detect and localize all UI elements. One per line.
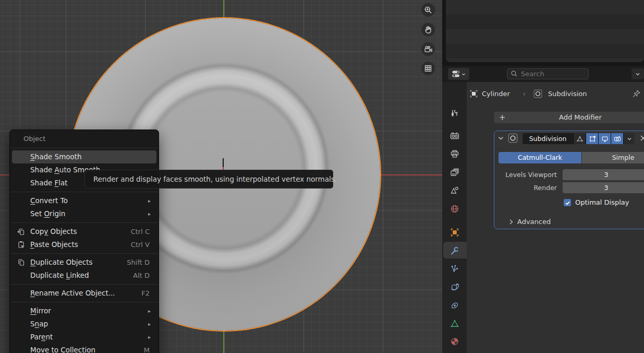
menu-item-shade-smooth[interactable]: Shade Smooth [12, 150, 156, 163]
breadcrumb-object-name[interactable]: Cylinder [482, 87, 510, 101]
advanced-section-header[interactable]: Advanced [494, 216, 644, 228]
grid-icon [424, 64, 432, 73]
breadcrumb-modifier-name[interactable]: Subdivision [548, 87, 587, 101]
object-context-menu: Object Shade Smooth Shade Auto Smooth Sh… [9, 130, 159, 353]
menu-item-label: Shade Smooth [30, 150, 82, 163]
movie-camera-icon [424, 45, 433, 54]
menu-item-copy-objects[interactable]: Copy Objects Ctrl C [12, 225, 156, 238]
menu-item-move-to-collection[interactable]: Move to Collection M [12, 344, 156, 353]
menu-item-set-origin[interactable]: Set Origin ▸ [12, 207, 156, 220]
tab-constraints[interactable] [449, 300, 460, 311]
properties-header-bar [442, 66, 644, 82]
menu-item-shortcut: Ctrl V [131, 238, 156, 251]
tab-tool[interactable] [449, 108, 460, 119]
levels-render-field[interactable]: 3 [563, 182, 644, 193]
magnifier-plus-icon [424, 6, 432, 14]
subdivision-type-segmented: Catmull-Clark Simple [499, 152, 644, 163]
panel-expand-chevron-icon[interactable] [497, 135, 504, 142]
duplicate-icon [17, 258, 26, 267]
menu-item-shortcut: Ctrl C [131, 225, 156, 238]
tab-scene[interactable] [449, 185, 460, 196]
advanced-label: Advanced [517, 216, 551, 228]
tab-world[interactable] [449, 203, 460, 214]
chevron-down-icon [635, 72, 640, 77]
toggle-render-display[interactable] [611, 133, 623, 144]
zoom-gizmo-button[interactable] [421, 3, 435, 17]
pan-gizmo-button[interactable] [421, 23, 435, 37]
menu-item-label: Convert To [30, 194, 68, 207]
modifier-name-bar: Subdivision [523, 133, 635, 144]
catmull-clark-button[interactable]: Catmull-Clark [499, 152, 581, 163]
menu-item-convert-to[interactable]: Convert To ▸ [12, 194, 156, 207]
tab-object[interactable] [449, 227, 460, 238]
menu-item-label: Duplicate Objects [30, 256, 93, 269]
tab-view-layer[interactable] [449, 167, 460, 178]
tooltip-text: Render and display faces smooth, using i… [93, 175, 337, 183]
toggle-on-cage-display[interactable] [586, 133, 598, 144]
menu-item-label: Snap [30, 317, 48, 331]
menu-item-mirror[interactable]: Mirror ▸ [12, 304, 156, 317]
optimal-display-checkbox[interactable] [564, 199, 571, 206]
menu-item-shortcut: M [144, 344, 156, 353]
menu-separator [10, 192, 158, 192]
tab-modifiers[interactable] [449, 245, 460, 256]
tab-particles[interactable] [449, 263, 460, 274]
camera-view-gizmo-button[interactable] [421, 42, 435, 56]
menu-item-snap[interactable]: Snap ▸ [12, 317, 156, 331]
search-box [507, 68, 589, 79]
menu-item-shortcut: Alt D [133, 269, 156, 282]
submenu-arrow-icon: ▸ [148, 207, 156, 220]
tab-output[interactable] [449, 148, 460, 159]
outliner-panel[interactable] [446, 0, 644, 62]
search-input[interactable] [507, 68, 589, 79]
menu-item-label: Rename Active Object... [30, 287, 115, 300]
levels-viewport-field[interactable]: 3 [563, 169, 644, 180]
menu-item-label: Set Origin [30, 207, 65, 220]
toggle-realtime-display[interactable] [598, 133, 611, 144]
breadcrumb-separator: › [523, 87, 526, 101]
tab-physics[interactable] [449, 281, 460, 292]
plus-icon: + [499, 112, 506, 123]
tooltip: Render and display faces smooth, using i… [84, 170, 333, 189]
submenu-arrow-icon: ▸ [148, 194, 156, 207]
menu-item-label: Duplicate Linked [30, 269, 89, 282]
submenu-arrow-icon: ▸ [148, 304, 156, 317]
toggle-edit-mode-display[interactable] [573, 133, 586, 144]
submenu-arrow-icon: ▸ [148, 331, 156, 344]
menu-item-label: Paste Objects [30, 238, 78, 251]
menu-separator [10, 253, 158, 254]
menu-separator [10, 284, 158, 285]
add-modifier-button[interactable]: + Add Modifier [494, 112, 644, 123]
modifier-name-field[interactable]: Subdivision [523, 133, 573, 144]
menu-separator [10, 222, 158, 223]
menu-item-duplicate-objects[interactable]: Duplicate Objects Shift D [12, 256, 156, 269]
properties-editor: Cylinder › Subdivision + Add Modifier Su… [442, 66, 644, 353]
simple-button[interactable]: Simple [581, 152, 644, 163]
subdivision-modifier-icon [508, 133, 518, 143]
projection-gizmo-button[interactable] [421, 62, 435, 75]
add-modifier-label: Add Modifier [559, 113, 602, 121]
close-icon[interactable] [639, 134, 644, 142]
subdivision-modifier-panel: Subdivision Catmull-Clark Simple Levels … [494, 131, 644, 229]
tab-render[interactable] [449, 130, 460, 141]
editor-type-button[interactable] [448, 68, 469, 80]
properties-tab-strip [442, 82, 467, 353]
menu-item-label: Shade Flat [30, 176, 68, 190]
menu-item-paste-objects[interactable]: Paste Objects Ctrl V [12, 238, 156, 251]
pin-icon[interactable] [632, 89, 641, 98]
menu-separator [10, 148, 158, 148]
menu-item-duplicate-linked[interactable]: Duplicate Linked Alt D [12, 269, 156, 282]
menu-separator [10, 302, 158, 302]
hand-icon [424, 26, 432, 34]
subdivision-modifier-icon [533, 89, 542, 98]
tab-material[interactable] [449, 336, 460, 347]
modifier-extras-dropdown[interactable] [623, 133, 635, 144]
tab-object-data[interactable] [449, 318, 460, 329]
levels-viewport-label: Levels Viewport [494, 169, 557, 180]
menu-item-rename-active-object[interactable]: Rename Active Object... F2 [12, 287, 156, 300]
search-icon [511, 70, 518, 77]
mouse-cursor [223, 158, 224, 167]
menu-item-parent[interactable]: Parent ▸ [12, 331, 156, 344]
object-icon [469, 89, 478, 98]
header-menu-button[interactable] [631, 68, 644, 79]
